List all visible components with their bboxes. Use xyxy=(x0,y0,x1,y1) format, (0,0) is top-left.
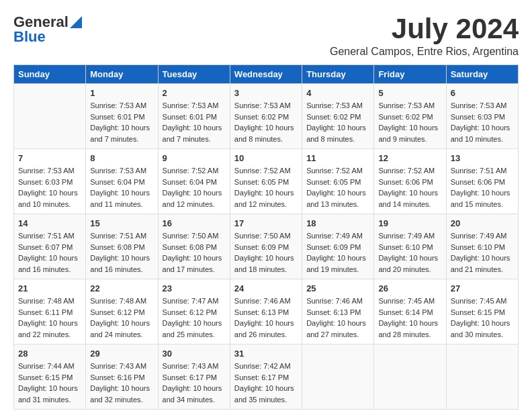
daylight-text: Daylight: 10 hours and 22 minutes. xyxy=(18,319,78,338)
day-info: Sunrise: 7:53 AMSunset: 6:03 PMDaylight:… xyxy=(18,165,81,210)
day-number: 24 xyxy=(234,283,298,293)
header-tuesday: Tuesday xyxy=(158,65,230,84)
day-info: Sunrise: 7:47 AMSunset: 6:12 PMDaylight:… xyxy=(163,295,226,340)
sunrise-text: Sunrise: 7:52 AM xyxy=(378,167,435,175)
day-info: Sunrise: 7:53 AMSunset: 6:04 PMDaylight:… xyxy=(90,165,153,210)
day-number: 26 xyxy=(378,283,441,293)
sunset-text: Sunset: 6:13 PM xyxy=(234,308,289,316)
day-number: 1 xyxy=(90,88,153,98)
day-info: Sunrise: 7:44 AMSunset: 6:15 PMDaylight:… xyxy=(18,361,81,405)
sunrise-text: Sunrise: 7:53 AM xyxy=(306,101,363,109)
day-number: 15 xyxy=(90,218,153,228)
daylight-text: Daylight: 10 hours and 26 minutes. xyxy=(234,319,294,338)
daylight-text: Daylight: 10 hours and 12 minutes. xyxy=(234,189,294,208)
calendar-cell: 4Sunrise: 7:53 AMSunset: 6:02 PMDaylight… xyxy=(302,84,374,149)
sunset-text: Sunset: 6:01 PM xyxy=(90,113,144,121)
sunrise-text: Sunrise: 7:51 AM xyxy=(18,232,75,240)
day-info: Sunrise: 7:51 AMSunset: 6:08 PMDaylight:… xyxy=(90,230,153,275)
sunrise-text: Sunrise: 7:50 AM xyxy=(163,232,219,240)
day-info: Sunrise: 7:42 AMSunset: 6:17 PMDaylight:… xyxy=(234,361,298,405)
daylight-text: Daylight: 10 hours and 20 minutes. xyxy=(378,254,438,273)
location-subtitle: General Campos, Entre Rios, Argentina xyxy=(330,46,519,58)
day-number: 28 xyxy=(18,349,81,359)
day-info: Sunrise: 7:49 AMSunset: 6:09 PMDaylight:… xyxy=(306,230,369,275)
sunset-text: Sunset: 6:05 PM xyxy=(306,178,361,186)
svg-marker-0 xyxy=(70,16,82,28)
calendar-week-2: 7Sunrise: 7:53 AMSunset: 6:03 PMDaylight… xyxy=(14,149,519,214)
sunrise-text: Sunrise: 7:44 AM xyxy=(18,362,75,370)
calendar-cell: 5Sunrise: 7:53 AMSunset: 6:02 PMDaylight… xyxy=(374,84,446,149)
daylight-text: Daylight: 10 hours and 14 minutes. xyxy=(378,189,438,208)
day-number: 16 xyxy=(163,218,226,228)
calendar-cell: 17Sunrise: 7:50 AMSunset: 6:09 PMDayligh… xyxy=(230,214,302,279)
sunset-text: Sunset: 6:05 PM xyxy=(234,178,289,186)
day-number: 4 xyxy=(306,88,369,98)
calendar-cell: 27Sunrise: 7:45 AMSunset: 6:15 PMDayligh… xyxy=(446,279,518,345)
sunset-text: Sunset: 6:02 PM xyxy=(378,113,433,121)
day-number: 6 xyxy=(451,88,514,98)
sunrise-text: Sunrise: 7:53 AM xyxy=(90,167,146,175)
calendar-cell: 7Sunrise: 7:53 AMSunset: 6:03 PMDaylight… xyxy=(14,149,86,214)
sunset-text: Sunset: 6:01 PM xyxy=(163,113,217,121)
sunset-text: Sunset: 6:04 PM xyxy=(90,178,144,186)
sunset-text: Sunset: 6:06 PM xyxy=(451,178,505,186)
title-block: July 2024 General Campos, Entre Rios, Ar… xyxy=(330,13,519,58)
sunset-text: Sunset: 6:11 PM xyxy=(18,308,73,316)
sunset-text: Sunset: 6:06 PM xyxy=(378,178,433,186)
header-friday: Friday xyxy=(374,65,446,84)
day-number: 3 xyxy=(234,88,298,98)
logo: General Blue xyxy=(13,13,83,46)
day-number: 8 xyxy=(90,153,153,163)
sunset-text: Sunset: 6:03 PM xyxy=(18,178,73,186)
day-info: Sunrise: 7:43 AMSunset: 6:17 PMDaylight:… xyxy=(163,361,226,405)
calendar-week-5: 28Sunrise: 7:44 AMSunset: 6:15 PMDayligh… xyxy=(14,345,519,410)
calendar-cell: 25Sunrise: 7:46 AMSunset: 6:13 PMDayligh… xyxy=(302,279,374,345)
sunset-text: Sunset: 6:09 PM xyxy=(234,243,289,251)
day-number: 30 xyxy=(163,349,226,359)
header-saturday: Saturday xyxy=(446,65,518,84)
calendar-cell: 3Sunrise: 7:53 AMSunset: 6:02 PMDaylight… xyxy=(230,84,302,149)
daylight-text: Daylight: 10 hours and 35 minutes. xyxy=(234,384,294,404)
sunset-text: Sunset: 6:15 PM xyxy=(18,373,73,381)
daylight-text: Daylight: 10 hours and 11 minutes. xyxy=(90,189,150,208)
day-number: 14 xyxy=(18,218,81,228)
calendar-cell: 31Sunrise: 7:42 AMSunset: 6:17 PMDayligh… xyxy=(230,345,302,410)
sunrise-text: Sunrise: 7:53 AM xyxy=(234,101,291,109)
daylight-text: Daylight: 10 hours and 9 minutes. xyxy=(378,124,438,143)
sunrise-text: Sunrise: 7:46 AM xyxy=(234,297,291,305)
day-number: 9 xyxy=(163,153,226,163)
sunset-text: Sunset: 6:14 PM xyxy=(378,308,433,316)
calendar-cell: 8Sunrise: 7:53 AMSunset: 6:04 PMDaylight… xyxy=(86,149,158,214)
sunset-text: Sunset: 6:10 PM xyxy=(378,243,433,251)
sunrise-text: Sunrise: 7:47 AM xyxy=(163,297,219,305)
day-number: 31 xyxy=(234,349,298,359)
calendar-cell: 2Sunrise: 7:53 AMSunset: 6:01 PMDaylight… xyxy=(158,84,230,149)
calendar-cell: 6Sunrise: 7:53 AMSunset: 6:03 PMDaylight… xyxy=(446,84,518,149)
calendar-cell xyxy=(302,345,374,410)
day-info: Sunrise: 7:53 AMSunset: 6:03 PMDaylight:… xyxy=(451,100,514,144)
day-info: Sunrise: 7:49 AMSunset: 6:10 PMDaylight:… xyxy=(451,230,514,275)
calendar-cell: 18Sunrise: 7:49 AMSunset: 6:09 PMDayligh… xyxy=(302,214,374,279)
daylight-text: Daylight: 10 hours and 34 minutes. xyxy=(163,384,222,404)
calendar-body: 1Sunrise: 7:53 AMSunset: 6:01 PMDaylight… xyxy=(14,84,519,410)
sunrise-text: Sunrise: 7:48 AM xyxy=(18,297,75,305)
calendar-header-row: SundayMondayTuesdayWednesdayThursdayFrid… xyxy=(14,65,519,84)
calendar-cell: 16Sunrise: 7:50 AMSunset: 6:08 PMDayligh… xyxy=(158,214,230,279)
month-year-title: July 2024 xyxy=(330,13,519,44)
sunrise-text: Sunrise: 7:45 AM xyxy=(451,297,507,305)
calendar-cell: 11Sunrise: 7:52 AMSunset: 6:05 PMDayligh… xyxy=(302,149,374,214)
sunrise-text: Sunrise: 7:53 AM xyxy=(378,101,435,109)
daylight-text: Daylight: 10 hours and 8 minutes. xyxy=(234,124,294,143)
day-number: 19 xyxy=(378,218,441,228)
day-number: 22 xyxy=(90,283,153,293)
day-number: 10 xyxy=(234,153,298,163)
day-info: Sunrise: 7:51 AMSunset: 6:07 PMDaylight:… xyxy=(18,230,81,275)
daylight-text: Daylight: 10 hours and 28 minutes. xyxy=(378,319,438,338)
day-number: 12 xyxy=(378,153,441,163)
sunrise-text: Sunrise: 7:52 AM xyxy=(306,167,363,175)
day-number: 29 xyxy=(90,349,153,359)
day-info: Sunrise: 7:43 AMSunset: 6:16 PMDaylight:… xyxy=(90,361,153,405)
calendar-cell: 26Sunrise: 7:45 AMSunset: 6:14 PMDayligh… xyxy=(374,279,446,345)
calendar-week-1: 1Sunrise: 7:53 AMSunset: 6:01 PMDaylight… xyxy=(14,84,519,149)
sunrise-text: Sunrise: 7:49 AM xyxy=(378,232,435,240)
